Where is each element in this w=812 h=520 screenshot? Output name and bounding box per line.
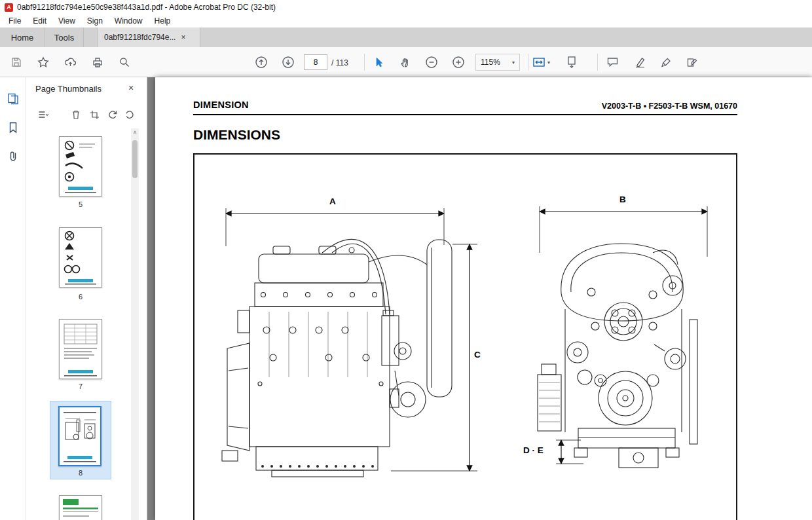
delete-pages-icon[interactable]	[68, 107, 84, 122]
menu-sign[interactable]: Sign	[81, 15, 109, 27]
document-viewport: DIMENSION V2003-T-B • F2503-T-B WSM, 016…	[147, 77, 812, 520]
menu-help[interactable]: Help	[149, 15, 177, 27]
tab-document[interactable]: 0abf91218fdc794e... ×	[97, 28, 200, 47]
zoom-level-dropdown[interactable]: 115% ▾	[475, 54, 520, 71]
cloud-upload-icon[interactable]	[63, 55, 77, 69]
running-header-left: DIMENSION	[193, 100, 249, 110]
dimension-label-c: C	[474, 350, 481, 360]
running-header-right: V2003-T-B • F2503-T-B WSM, 01670	[602, 102, 737, 111]
chevron-down-icon: ▾	[512, 60, 515, 65]
page-count-label: / 113	[331, 58, 348, 67]
scrollbar-thumb[interactable]	[132, 140, 138, 178]
crop-pages-icon[interactable]	[86, 107, 102, 122]
acrobat-app-icon: A	[5, 3, 13, 12]
page-thumbnails-panel: Page Thumbnails × 5	[26, 77, 147, 520]
page-thumbnail[interactable]	[59, 136, 102, 196]
zoom-level-value: 115%	[481, 58, 500, 67]
page-thumbnail[interactable]	[59, 227, 102, 288]
fit-width-icon[interactable]	[532, 55, 546, 69]
tab-bar: Home Tools 0abf91218fdc794e... ×	[0, 28, 812, 47]
rotate-right-icon[interactable]	[122, 107, 138, 122]
close-document-icon[interactable]: ×	[181, 33, 185, 42]
zoom-out-icon[interactable]	[424, 55, 439, 69]
title-bar: A 0abf91218fdc794e1e50c9e38f443a1d.pdf -…	[0, 0, 812, 14]
document-tab-label: 0abf91218fdc794e...	[104, 33, 175, 42]
engine-diagrams	[194, 155, 736, 520]
panel-title: Page Thumbnails	[35, 84, 101, 94]
navigation-rail	[0, 77, 26, 520]
bookmarks-panel-icon[interactable]	[6, 121, 20, 135]
main-toolbar: / 113 115% ▾ ▾	[0, 47, 812, 77]
select-tool-icon[interactable]	[371, 55, 386, 69]
chevron-down-icon[interactable]: ▾	[547, 60, 550, 65]
toolbar-separator	[597, 54, 598, 71]
search-icon[interactable]	[117, 55, 132, 69]
print-icon[interactable]	[90, 55, 105, 69]
previous-page-icon[interactable]	[254, 55, 268, 69]
page-number-input[interactable]	[304, 54, 327, 70]
thumbnail-page-number: 8	[59, 469, 102, 477]
attachments-panel-icon[interactable]	[6, 149, 20, 164]
rotate-left-icon[interactable]	[105, 107, 120, 122]
dimension-label-a: A	[329, 196, 336, 206]
dimension-label-b: B	[619, 195, 626, 204]
thumbnail-page-number: 7	[59, 382, 102, 390]
dimensions-figure: A B C D · E	[193, 153, 737, 520]
zoom-in-icon[interactable]	[451, 55, 466, 69]
header-rule	[193, 114, 737, 115]
pdf-page: DIMENSION V2003-T-B • F2503-T-B WSM, 016…	[155, 77, 812, 520]
next-page-icon[interactable]	[281, 55, 295, 69]
more-tools-icon[interactable]	[685, 55, 699, 69]
hand-tool-icon[interactable]	[398, 55, 413, 69]
panel-scrollbar[interactable]: ∧	[131, 128, 139, 520]
menu-window[interactable]: Window	[109, 15, 149, 27]
menu-file[interactable]: File	[3, 15, 27, 27]
comment-icon[interactable]	[605, 55, 619, 69]
window-title: 0abf91218fdc794e1e50c9e38f443a1d.pdf - A…	[17, 3, 276, 12]
star-icon[interactable]	[36, 55, 50, 69]
toolbar-separator	[364, 54, 365, 71]
scroll-up-icon[interactable]: ∧	[131, 129, 139, 136]
page-thumbnails-panel-icon[interactable]	[6, 92, 20, 106]
tab-home[interactable]: Home	[0, 28, 45, 47]
menu-bar: File Edit View Sign Window Help	[0, 14, 812, 28]
thumbnail-page-number: 5	[59, 200, 102, 208]
toolbar-separator	[528, 54, 528, 71]
page-thumbnail[interactable]	[59, 495, 102, 520]
page-thumbnail-selected[interactable]	[58, 406, 101, 466]
page-scrolling-icon[interactable]	[564, 55, 579, 69]
dimension-label-de: D · E	[523, 445, 544, 455]
panel-close-icon[interactable]: ×	[128, 83, 134, 93]
sign-icon[interactable]	[659, 55, 673, 69]
highlighter-icon[interactable]	[633, 55, 647, 69]
page-thumbnail[interactable]	[59, 319, 102, 379]
tab-tools[interactable]: Tools	[45, 28, 84, 47]
thumbnail-page-number: 6	[59, 293, 102, 301]
page-title: DIMENSIONS	[193, 127, 280, 143]
thumbnail-options-icon[interactable]	[33, 107, 54, 122]
menu-view[interactable]: View	[52, 15, 81, 27]
save-icon[interactable]	[9, 55, 24, 69]
menu-edit[interactable]: Edit	[27, 15, 52, 27]
